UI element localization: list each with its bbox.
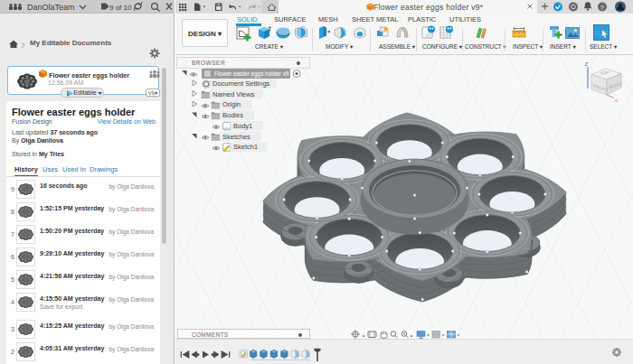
svg-text:Sketch1: Sketch1 [233,143,258,151]
svg-text:Bodies: Bodies [222,111,243,119]
svg-text:x: x [615,98,618,103]
svg-text:Sketches: Sketches [222,133,250,141]
svg-text:?: ? [600,4,605,12]
svg-text:Flower easter eggs holder v9*: Flower easter eggs holder v9* [373,3,484,12]
svg-text:Document Settings: Document Settings [213,79,270,88]
svg-text:Flower easter eggs holder v9: Flower easter eggs holder v9 [214,70,289,78]
svg-text:Z: Z [585,61,589,67]
svg-text:9 of 10: 9 of 10 [109,4,132,12]
svg-text:Body1: Body1 [233,122,252,130]
svg-text:Named Views: Named Views [213,90,254,98]
svg-text:Origin: Origin [222,100,241,108]
